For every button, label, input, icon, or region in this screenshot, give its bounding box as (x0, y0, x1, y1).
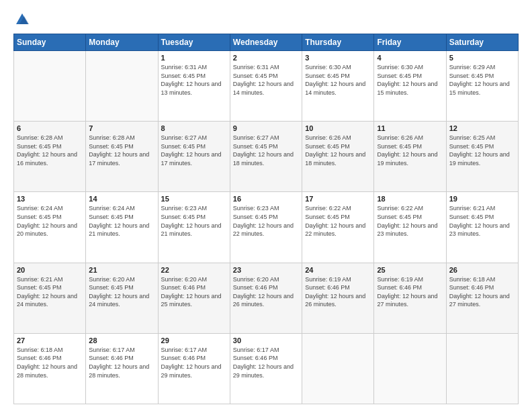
calendar-day-cell: 27Sunrise: 6:18 AMSunset: 6:46 PMDayligh… (14, 333, 86, 404)
day-info: Sunrise: 6:20 AMSunset: 6:46 PMDaylight:… (161, 275, 227, 309)
day-info: Sunrise: 6:31 AMSunset: 6:45 PMDaylight:… (233, 63, 299, 97)
calendar-day-cell: 10Sunrise: 6:26 AMSunset: 6:45 PMDayligh… (302, 122, 374, 192)
day-number: 3 (305, 54, 371, 62)
day-info: Sunrise: 6:27 AMSunset: 6:45 PMDaylight:… (233, 134, 299, 167)
day-info: Sunrise: 6:26 AMSunset: 6:45 PMDaylight:… (305, 134, 371, 167)
calendar-week-row: 20Sunrise: 6:21 AMSunset: 6:45 PMDayligh… (14, 263, 519, 333)
day-number: 4 (377, 54, 443, 62)
calendar-day-cell: 5Sunrise: 6:29 AMSunset: 6:45 PMDaylight… (446, 51, 518, 122)
calendar-day-cell (446, 333, 518, 404)
day-info: Sunrise: 6:17 AMSunset: 6:46 PMDaylight:… (161, 346, 227, 379)
calendar-day-cell: 4Sunrise: 6:30 AMSunset: 6:45 PMDaylight… (374, 51, 446, 122)
day-number: 27 (17, 336, 83, 345)
day-info: Sunrise: 6:28 AMSunset: 6:45 PMDaylight:… (89, 134, 154, 167)
calendar-header-tuesday: Tuesday (158, 34, 230, 51)
calendar-day-cell: 28Sunrise: 6:17 AMSunset: 6:46 PMDayligh… (86, 333, 158, 404)
calendar-day-cell (14, 51, 86, 122)
day-number: 19 (449, 195, 515, 203)
day-number: 8 (161, 124, 227, 132)
day-info: Sunrise: 6:19 AMSunset: 6:46 PMDaylight:… (377, 275, 443, 309)
day-number: 30 (233, 336, 299, 345)
calendar-day-cell (374, 333, 446, 404)
calendar-day-cell: 9Sunrise: 6:27 AMSunset: 6:45 PMDaylight… (230, 122, 302, 192)
calendar-day-cell: 12Sunrise: 6:25 AMSunset: 6:45 PMDayligh… (446, 122, 518, 192)
calendar-header-row: SundayMondayTuesdayWednesdayThursdayFrid… (14, 34, 519, 51)
calendar-day-cell: 16Sunrise: 6:23 AMSunset: 6:45 PMDayligh… (230, 192, 302, 263)
calendar-header-monday: Monday (86, 34, 158, 51)
day-info: Sunrise: 6:30 AMSunset: 6:45 PMDaylight:… (377, 63, 443, 97)
day-number: 28 (89, 336, 154, 345)
logo (13, 12, 30, 27)
logo-icon (15, 12, 30, 27)
header (13, 12, 519, 27)
day-number: 14 (89, 195, 154, 203)
day-number: 26 (449, 266, 515, 274)
calendar-day-cell: 6Sunrise: 6:28 AMSunset: 6:45 PMDaylight… (14, 122, 86, 192)
calendar-header-friday: Friday (374, 34, 446, 51)
day-info: Sunrise: 6:20 AMSunset: 6:45 PMDaylight:… (89, 275, 154, 309)
calendar-day-cell: 17Sunrise: 6:22 AMSunset: 6:45 PMDayligh… (302, 192, 374, 263)
day-number: 2 (233, 54, 299, 62)
calendar-day-cell (302, 333, 374, 404)
calendar-day-cell: 8Sunrise: 6:27 AMSunset: 6:45 PMDaylight… (158, 122, 230, 192)
day-number: 6 (17, 124, 83, 132)
day-info: Sunrise: 6:17 AMSunset: 6:46 PMDaylight:… (89, 346, 154, 379)
day-info: Sunrise: 6:18 AMSunset: 6:46 PMDaylight:… (17, 346, 83, 379)
calendar-week-row: 13Sunrise: 6:24 AMSunset: 6:45 PMDayligh… (14, 192, 519, 263)
calendar-header-thursday: Thursday (302, 34, 374, 51)
day-info: Sunrise: 6:22 AMSunset: 6:45 PMDaylight:… (377, 204, 443, 238)
day-info: Sunrise: 6:23 AMSunset: 6:45 PMDaylight:… (233, 204, 299, 238)
calendar-header-saturday: Saturday (446, 34, 518, 51)
day-info: Sunrise: 6:18 AMSunset: 6:46 PMDaylight:… (449, 275, 515, 309)
day-number: 11 (377, 124, 443, 132)
day-info: Sunrise: 6:31 AMSunset: 6:45 PMDaylight:… (161, 63, 227, 97)
day-number: 13 (17, 195, 83, 203)
day-number: 15 (161, 195, 227, 203)
calendar-day-cell: 24Sunrise: 6:19 AMSunset: 6:46 PMDayligh… (302, 263, 374, 333)
day-number: 7 (89, 124, 154, 132)
day-info: Sunrise: 6:28 AMSunset: 6:45 PMDaylight:… (17, 134, 83, 167)
calendar-day-cell: 1Sunrise: 6:31 AMSunset: 6:45 PMDaylight… (158, 51, 230, 122)
day-info: Sunrise: 6:27 AMSunset: 6:45 PMDaylight:… (161, 134, 227, 167)
calendar-day-cell: 22Sunrise: 6:20 AMSunset: 6:46 PMDayligh… (158, 263, 230, 333)
day-info: Sunrise: 6:20 AMSunset: 6:46 PMDaylight:… (233, 275, 299, 309)
calendar-table: SundayMondayTuesdayWednesdayThursdayFrid… (13, 34, 519, 404)
calendar-day-cell: 19Sunrise: 6:21 AMSunset: 6:45 PMDayligh… (446, 192, 518, 263)
day-number: 5 (449, 54, 515, 62)
calendar-week-row: 1Sunrise: 6:31 AMSunset: 6:45 PMDaylight… (14, 51, 519, 122)
calendar-day-cell: 11Sunrise: 6:26 AMSunset: 6:45 PMDayligh… (374, 122, 446, 192)
day-info: Sunrise: 6:24 AMSunset: 6:45 PMDaylight:… (89, 204, 154, 238)
day-number: 16 (233, 195, 299, 203)
calendar-day-cell (86, 51, 158, 122)
calendar-day-cell: 23Sunrise: 6:20 AMSunset: 6:46 PMDayligh… (230, 263, 302, 333)
calendar-day-cell: 14Sunrise: 6:24 AMSunset: 6:45 PMDayligh… (86, 192, 158, 263)
calendar-day-cell: 13Sunrise: 6:24 AMSunset: 6:45 PMDayligh… (14, 192, 86, 263)
day-info: Sunrise: 6:30 AMSunset: 6:45 PMDaylight:… (305, 63, 371, 97)
calendar-day-cell: 15Sunrise: 6:23 AMSunset: 6:45 PMDayligh… (158, 192, 230, 263)
day-info: Sunrise: 6:22 AMSunset: 6:45 PMDaylight:… (305, 204, 371, 238)
day-number: 18 (377, 195, 443, 203)
calendar-day-cell: 29Sunrise: 6:17 AMSunset: 6:46 PMDayligh… (158, 333, 230, 404)
calendar-day-cell: 3Sunrise: 6:30 AMSunset: 6:45 PMDaylight… (302, 51, 374, 122)
day-number: 24 (305, 266, 371, 274)
day-info: Sunrise: 6:21 AMSunset: 6:45 PMDaylight:… (17, 275, 83, 309)
day-number: 25 (377, 266, 443, 274)
day-number: 1 (161, 54, 227, 62)
day-number: 22 (161, 266, 227, 274)
calendar-day-cell: 18Sunrise: 6:22 AMSunset: 6:45 PMDayligh… (374, 192, 446, 263)
day-info: Sunrise: 6:24 AMSunset: 6:45 PMDaylight:… (17, 204, 83, 238)
day-number: 17 (305, 195, 371, 203)
day-info: Sunrise: 6:26 AMSunset: 6:45 PMDaylight:… (377, 134, 443, 167)
page: SundayMondayTuesdayWednesdayThursdayFrid… (0, 0, 532, 411)
calendar-header-wednesday: Wednesday (230, 34, 302, 51)
day-number: 23 (233, 266, 299, 274)
day-number: 12 (449, 124, 515, 132)
calendar-day-cell: 21Sunrise: 6:20 AMSunset: 6:45 PMDayligh… (86, 263, 158, 333)
day-number: 20 (17, 266, 83, 274)
calendar-header-sunday: Sunday (14, 34, 86, 51)
day-info: Sunrise: 6:21 AMSunset: 6:45 PMDaylight:… (449, 204, 515, 238)
day-info: Sunrise: 6:29 AMSunset: 6:45 PMDaylight:… (449, 63, 515, 97)
calendar-day-cell: 2Sunrise: 6:31 AMSunset: 6:45 PMDaylight… (230, 51, 302, 122)
day-number: 21 (89, 266, 154, 274)
day-info: Sunrise: 6:23 AMSunset: 6:45 PMDaylight:… (161, 204, 227, 238)
